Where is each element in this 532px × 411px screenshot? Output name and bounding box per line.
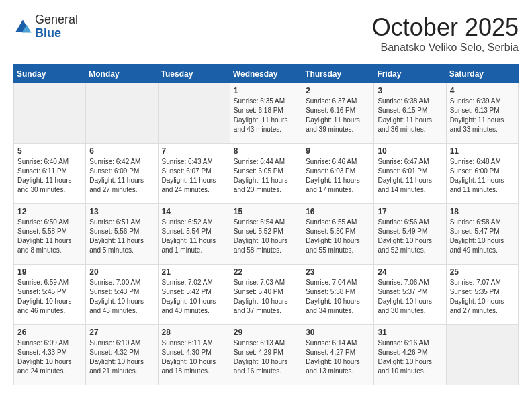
day-number: 20	[89, 267, 154, 277]
day-number: 12	[17, 207, 82, 216]
calendar-cell: 1Sunrise: 6:35 AM Sunset: 6:18 PM Daylig…	[230, 83, 302, 144]
week-row-5: 26Sunrise: 6:09 AM Sunset: 4:33 PM Dayli…	[14, 325, 519, 385]
header-day-friday: Friday	[374, 65, 446, 83]
day-number: 24	[378, 267, 442, 277]
day-number: 17	[378, 207, 442, 216]
logo-text: General Blue	[35, 13, 78, 40]
calendar-cell: 2Sunrise: 6:37 AM Sunset: 6:16 PM Daylig…	[302, 83, 374, 144]
cell-content: Sunrise: 7:04 AM Sunset: 5:38 PM Dayligh…	[306, 278, 370, 316]
calendar-cell: 3Sunrise: 6:38 AM Sunset: 6:15 PM Daylig…	[374, 83, 446, 144]
day-number: 6	[89, 146, 154, 156]
calendar-cell	[446, 325, 518, 385]
calendar-cell: 10Sunrise: 6:47 AM Sunset: 6:01 PM Dayli…	[374, 144, 446, 204]
cell-content: Sunrise: 6:43 AM Sunset: 6:07 PM Dayligh…	[162, 157, 226, 195]
cell-content: Sunrise: 6:09 AM Sunset: 4:33 PM Dayligh…	[17, 338, 82, 376]
cell-content: Sunrise: 6:39 AM Sunset: 6:13 PM Dayligh…	[450, 97, 515, 134]
calendar-cell: 11Sunrise: 6:48 AM Sunset: 6:00 PM Dayli…	[446, 144, 518, 204]
calendar-cell: 22Sunrise: 7:03 AM Sunset: 5:40 PM Dayli…	[230, 265, 302, 325]
calendar-cell	[86, 83, 158, 144]
day-number: 8	[234, 146, 298, 156]
cell-content: Sunrise: 6:35 AM Sunset: 6:18 PM Dayligh…	[234, 97, 298, 134]
calendar-header: SundayMondayTuesdayWednesdayThursdayFrid…	[14, 65, 519, 83]
cell-content: Sunrise: 6:58 AM Sunset: 5:47 PM Dayligh…	[450, 218, 515, 255]
calendar-cell: 29Sunrise: 6:13 AM Sunset: 4:29 PM Dayli…	[230, 325, 302, 385]
day-number: 25	[450, 267, 515, 277]
week-row-4: 19Sunrise: 6:59 AM Sunset: 5:45 PM Dayli…	[14, 265, 519, 325]
cell-content: Sunrise: 6:56 AM Sunset: 5:49 PM Dayligh…	[378, 218, 442, 255]
calendar-cell: 24Sunrise: 7:06 AM Sunset: 5:37 PM Dayli…	[374, 265, 446, 325]
calendar-cell: 15Sunrise: 6:54 AM Sunset: 5:52 PM Dayli…	[230, 204, 302, 265]
day-number: 16	[306, 207, 370, 216]
title-block: October 2025 Banatsko Veliko Selo, Serbi…	[372, 13, 519, 54]
calendar-cell	[14, 83, 86, 144]
calendar-cell: 25Sunrise: 7:07 AM Sunset: 5:35 PM Dayli…	[446, 265, 518, 325]
day-number: 30	[306, 328, 370, 337]
header-day-thursday: Thursday	[302, 65, 374, 83]
cell-content: Sunrise: 7:03 AM Sunset: 5:40 PM Dayligh…	[234, 278, 298, 316]
day-number: 23	[306, 267, 370, 277]
header-day-saturday: Saturday	[446, 65, 518, 83]
location-subtitle: Banatsko Veliko Selo, Serbia	[372, 42, 519, 54]
month-title: October 2025	[372, 13, 519, 42]
calendar-cell: 4Sunrise: 6:39 AM Sunset: 6:13 PM Daylig…	[446, 83, 518, 144]
calendar-cell: 30Sunrise: 6:14 AM Sunset: 4:27 PM Dayli…	[302, 325, 374, 385]
day-number: 31	[378, 328, 442, 337]
calendar-cell: 14Sunrise: 6:52 AM Sunset: 5:54 PM Dayli…	[158, 204, 230, 265]
cell-content: Sunrise: 6:48 AM Sunset: 6:00 PM Dayligh…	[450, 157, 515, 195]
day-number: 14	[162, 207, 226, 216]
header-day-tuesday: Tuesday	[158, 65, 230, 83]
calendar-cell: 27Sunrise: 6:10 AM Sunset: 4:32 PM Dayli…	[86, 325, 158, 385]
day-number: 9	[306, 146, 370, 156]
week-row-3: 12Sunrise: 6:50 AM Sunset: 5:58 PM Dayli…	[14, 204, 519, 265]
cell-content: Sunrise: 6:55 AM Sunset: 5:50 PM Dayligh…	[306, 218, 370, 255]
day-number: 11	[450, 146, 515, 156]
calendar-cell: 20Sunrise: 7:00 AM Sunset: 5:43 PM Dayli…	[86, 265, 158, 325]
cell-content: Sunrise: 7:00 AM Sunset: 5:43 PM Dayligh…	[89, 278, 154, 316]
day-number: 27	[89, 328, 154, 337]
header-day-sunday: Sunday	[14, 65, 86, 83]
cell-content: Sunrise: 6:44 AM Sunset: 6:05 PM Dayligh…	[234, 157, 298, 195]
cell-content: Sunrise: 6:54 AM Sunset: 5:52 PM Dayligh…	[234, 218, 298, 255]
cell-content: Sunrise: 7:07 AM Sunset: 5:35 PM Dayligh…	[450, 278, 515, 316]
day-number: 21	[162, 267, 226, 277]
cell-content: Sunrise: 6:46 AM Sunset: 6:03 PM Dayligh…	[306, 157, 370, 195]
calendar-cell: 8Sunrise: 6:44 AM Sunset: 6:05 PM Daylig…	[230, 144, 302, 204]
calendar-cell: 5Sunrise: 6:40 AM Sunset: 6:11 PM Daylig…	[14, 144, 86, 204]
calendar-cell: 21Sunrise: 7:02 AM Sunset: 5:42 PM Dayli…	[158, 265, 230, 325]
cell-content: Sunrise: 6:37 AM Sunset: 6:16 PM Dayligh…	[306, 97, 370, 134]
header-day-monday: Monday	[86, 65, 158, 83]
day-number: 13	[89, 207, 154, 216]
cell-content: Sunrise: 6:11 AM Sunset: 4:30 PM Dayligh…	[162, 338, 226, 376]
day-number: 5	[17, 146, 82, 156]
cell-content: Sunrise: 6:38 AM Sunset: 6:15 PM Dayligh…	[378, 97, 442, 134]
calendar-cell: 17Sunrise: 6:56 AM Sunset: 5:49 PM Dayli…	[374, 204, 446, 265]
day-number: 1	[234, 86, 298, 95]
cell-content: Sunrise: 6:50 AM Sunset: 5:58 PM Dayligh…	[17, 218, 82, 255]
calendar-cell: 26Sunrise: 6:09 AM Sunset: 4:33 PM Dayli…	[14, 325, 86, 385]
calendar-cell: 28Sunrise: 6:11 AM Sunset: 4:30 PM Dayli…	[158, 325, 230, 385]
day-number: 19	[17, 267, 82, 277]
cell-content: Sunrise: 6:59 AM Sunset: 5:45 PM Dayligh…	[17, 278, 82, 316]
day-number: 4	[450, 86, 515, 95]
logo: General Blue	[13, 13, 78, 40]
day-number: 3	[378, 86, 442, 95]
day-number: 28	[162, 328, 226, 337]
header-day-wednesday: Wednesday	[230, 65, 302, 83]
calendar-cell: 6Sunrise: 6:42 AM Sunset: 6:09 PM Daylig…	[86, 144, 158, 204]
cell-content: Sunrise: 7:06 AM Sunset: 5:37 PM Dayligh…	[378, 278, 442, 316]
day-number: 26	[17, 328, 82, 337]
calendar-cell: 19Sunrise: 6:59 AM Sunset: 5:45 PM Dayli…	[14, 265, 86, 325]
cell-content: Sunrise: 6:40 AM Sunset: 6:11 PM Dayligh…	[17, 157, 82, 195]
calendar-cell: 12Sunrise: 6:50 AM Sunset: 5:58 PM Dayli…	[14, 204, 86, 265]
logo-general-text: General	[35, 13, 78, 27]
logo-blue-text: Blue	[35, 27, 78, 40]
day-number: 18	[450, 207, 515, 216]
day-number: 7	[162, 146, 226, 156]
cell-content: Sunrise: 6:13 AM Sunset: 4:29 PM Dayligh…	[234, 338, 298, 376]
calendar-cell: 18Sunrise: 6:58 AM Sunset: 5:47 PM Dayli…	[446, 204, 518, 265]
cell-content: Sunrise: 6:51 AM Sunset: 5:56 PM Dayligh…	[89, 218, 154, 255]
cell-content: Sunrise: 7:02 AM Sunset: 5:42 PM Dayligh…	[162, 278, 226, 316]
cell-content: Sunrise: 6:16 AM Sunset: 4:26 PM Dayligh…	[378, 338, 442, 376]
calendar-cell: 13Sunrise: 6:51 AM Sunset: 5:56 PM Dayli…	[86, 204, 158, 265]
calendar-cell: 7Sunrise: 6:43 AM Sunset: 6:07 PM Daylig…	[158, 144, 230, 204]
